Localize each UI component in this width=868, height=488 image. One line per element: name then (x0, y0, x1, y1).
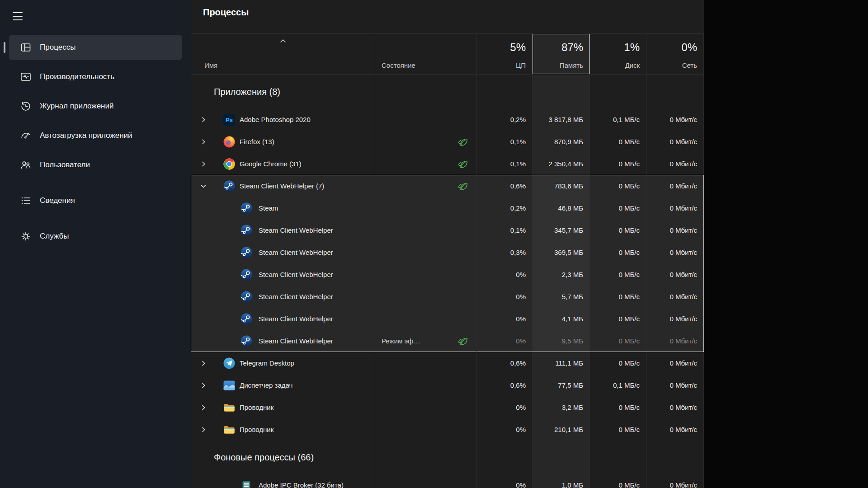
memory-cell: 369,5 МБ (533, 241, 590, 263)
adobeipc-icon (240, 479, 253, 488)
network-cell (646, 75, 704, 108)
chevron-right-icon[interactable] (200, 427, 208, 433)
chevron-right-icon[interactable] (200, 117, 208, 123)
group-section-label: Фоновые процессы (66) (200, 452, 314, 463)
process-row[interactable]: Telegram Desktop0,6%111,1 МБ0 МБ/с0 Мбит… (191, 352, 704, 374)
cpu-cell: 0% (476, 418, 533, 441)
sidebar-item-app-history[interactable]: Журнал приложений (9, 94, 182, 119)
name-cell: Google Chrome (31) (191, 153, 375, 175)
steam-icon (240, 202, 253, 215)
column-header-network[interactable]: 0%Сеть (646, 34, 704, 74)
network-cell: 0 Мбит/с (646, 474, 704, 488)
hamburger-menu-icon[interactable] (11, 7, 29, 25)
status-cell (375, 263, 476, 286)
status-cell (375, 197, 476, 219)
process-row[interactable]: Steam0,2%46,8 МБ0 МБ/с0 Мбит/с (191, 197, 704, 219)
sidebar-item-services[interactable]: Службы (9, 224, 182, 249)
disk-cell: 0 МБ/с (590, 197, 646, 219)
cpu-cell: 0% (476, 396, 533, 418)
selected-process-group[interactable]: Steam Client WebHelper (7)0,6%783,6 МБ0 … (191, 175, 704, 352)
process-row[interactable]: Проводник0%3,2 МБ0 МБ/с0 Мбит/с (191, 396, 704, 418)
network-cell: 0 Мбит/с (646, 286, 704, 308)
cpu-cell: 0,2% (476, 197, 533, 219)
section-row[interactable]: Фоновые процессы (66) (191, 441, 704, 474)
chevron-down-icon[interactable] (200, 183, 208, 189)
chevron-right-icon[interactable] (200, 139, 208, 145)
main-area: Процессы ИмяСостояние5%ЦП87%Память1%Диск… (191, 0, 868, 488)
process-row[interactable]: Google Chrome (31)0,1%2 350,4 МБ0 МБ/с0 … (191, 153, 704, 175)
status-cell (375, 352, 476, 374)
process-row[interactable]: Firefox (13)0,1%870,9 МБ0 МБ/с0 Мбит/с (191, 131, 704, 153)
process-row[interactable]: Steam Client WebHelper (7)0,6%783,6 МБ0 … (191, 175, 704, 197)
processes-icon (20, 42, 32, 53)
eco-leaf-icon (457, 180, 469, 192)
cpu-cell: 0,3% (476, 241, 533, 263)
chevron-right-icon[interactable] (200, 404, 208, 411)
disk-cell: 0 МБ/с (590, 175, 646, 197)
app-history-icon (20, 100, 32, 112)
sidebar-item-performance[interactable]: Производительность (9, 64, 182, 89)
chevron-right-icon[interactable] (200, 360, 208, 366)
chevron-right-icon[interactable] (200, 382, 208, 389)
column-label: ЦП (516, 61, 526, 69)
photoshop-icon: Ps (223, 113, 236, 126)
column-total-network: 0% (681, 41, 697, 54)
cpu-cell: 0,6% (476, 352, 533, 374)
steam-icon (223, 180, 236, 192)
table-header: ИмяСостояние5%ЦП87%Память1%Диск0%Сеть (191, 33, 704, 75)
column-label: Память (560, 61, 583, 69)
process-row[interactable]: Steam Client WebHelper0,1%345,7 МБ0 МБ/с… (191, 219, 704, 241)
status-cell (375, 175, 476, 197)
eco-leaf-icon (457, 158, 469, 170)
chevron-right-icon[interactable] (200, 161, 208, 167)
network-cell: 0 Мбит/с (646, 330, 704, 352)
name-cell: Steam Client WebHelper (191, 219, 375, 241)
process-row[interactable]: Steam Client WebHelper0%5,7 МБ0 МБ/с0 Мб… (191, 286, 704, 308)
status-cell (375, 286, 476, 308)
memory-cell: 1,0 МБ (533, 474, 590, 488)
column-header-cpu[interactable]: 5%ЦП (476, 34, 533, 74)
steam-icon (240, 291, 253, 303)
section-row[interactable]: Приложения (8) (191, 75, 704, 108)
sidebar-item-users[interactable]: Пользователи (9, 152, 182, 178)
cpu-cell (476, 75, 533, 108)
name-cell: Adobe IPC Broker (32 бита) (191, 474, 375, 488)
process-name: Steam Client WebHelper (259, 249, 333, 256)
group-section-label: Приложения (8) (200, 87, 280, 97)
process-row[interactable]: Проводник0%210,1 МБ0 МБ/с0 Мбит/с (191, 418, 704, 441)
column-header-memory[interactable]: 87%Память (533, 34, 590, 74)
column-header-disk[interactable]: 1%Диск (590, 34, 646, 74)
network-cell: 0 Мбит/с (646, 175, 704, 197)
sidebar-item-details[interactable]: Сведения (9, 188, 182, 213)
sidebar-nav: ПроцессыПроизводительностьЖурнал приложе… (0, 35, 191, 249)
column-header-status[interactable]: Состояние (375, 34, 476, 74)
name-cell: Проводник (191, 418, 375, 441)
disk-cell: 0 МБ/с (590, 418, 646, 441)
status-cell (375, 108, 476, 131)
memory-cell: 46,8 МБ (533, 197, 590, 219)
process-row[interactable]: Steam Client WebHelper0,3%369,5 МБ0 МБ/с… (191, 241, 704, 263)
process-row[interactable]: Adobe IPC Broker (32 бита)0%1,0 МБ0 МБ/с… (191, 474, 704, 488)
column-header-name[interactable]: Имя (191, 34, 375, 74)
sidebar-item-startup-apps[interactable]: Автозагрузка приложений (9, 123, 182, 148)
memory-cell (533, 441, 590, 474)
details-icon (20, 195, 32, 206)
process-name: Steam Client WebHelper (259, 226, 333, 234)
disk-cell: 0 МБ/с (590, 286, 646, 308)
process-row[interactable]: Диспетчер задач0,6%77,5 МБ0,1 МБ/с0 Мбит… (191, 374, 704, 396)
name-cell: Steam (191, 197, 375, 219)
cpu-cell: 0% (476, 286, 533, 308)
cpu-cell: 0,6% (476, 175, 533, 197)
process-row[interactable]: PsAdobe Photoshop 20200,2%3 817,8 МБ0,1 … (191, 108, 704, 131)
users-icon (20, 159, 32, 171)
disk-cell: 0 МБ/с (590, 219, 646, 241)
process-row[interactable]: Steam Client WebHelper0%4,1 МБ0 МБ/с0 Мб… (191, 308, 704, 330)
chrome-icon (223, 158, 236, 170)
process-row[interactable]: Steam Client WebHelperРежим эф…0%9,5 МБ0… (191, 330, 704, 352)
cpu-cell: 0% (476, 263, 533, 286)
process-name: Диспетчер задач (240, 381, 292, 389)
process-name: Telegram Desktop (240, 359, 294, 367)
sidebar-item-processes[interactable]: Процессы (9, 35, 182, 60)
process-row[interactable]: Steam Client WebHelper0%2,3 МБ0 МБ/с0 Мб… (191, 263, 704, 286)
name-cell: Steam Client WebHelper (191, 308, 375, 330)
